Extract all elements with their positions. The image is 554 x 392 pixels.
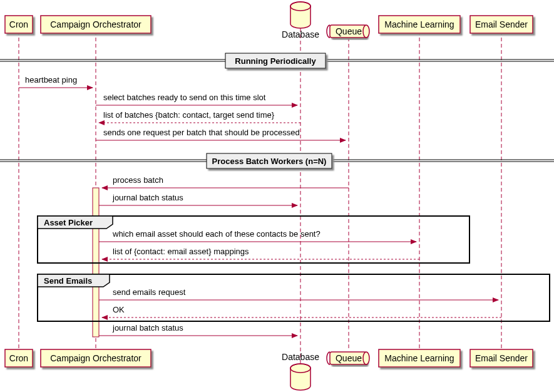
participant-database-bottom: Database	[282, 352, 319, 390]
participant-queue-top: Queue	[327, 25, 369, 38]
participant-label: Campaign Orchestrator	[50, 353, 141, 363]
participant-label: Campaign Orchestrator	[50, 19, 141, 29]
message-label: heartbeat ping	[25, 75, 77, 85]
participant-label: Queue	[336, 353, 362, 363]
group-asset-picker: Asset Picker which email asset should ea…	[38, 216, 469, 263]
group-send-emails: Send Emails send emails request OK	[38, 274, 550, 321]
message-label: select batches ready to send on this tim…	[103, 93, 266, 102]
divider-running: Running Periodically	[0, 53, 554, 68]
message-label: journal batch status	[112, 193, 183, 202]
divider-label: Process Batch Workers (n=N)	[212, 157, 327, 166]
message-label: journal batch status	[112, 323, 183, 333]
message-label: sends one request per batch that should …	[103, 128, 300, 137]
message-process-batch: process batch	[102, 175, 349, 188]
divider-workers: Process Batch Workers (n=N)	[0, 153, 554, 168]
participant-database-top: Database	[282, 2, 319, 39]
message-label: OK	[113, 305, 125, 314]
participant-ml-bottom: Machine Learning	[379, 349, 460, 367]
svg-point-32	[363, 352, 369, 364]
participant-label: Cron	[9, 353, 28, 363]
message-list-batches: list of batches {batch: contact, target …	[99, 110, 300, 123]
participant-label: Email Sender	[475, 19, 528, 29]
participant-label: Machine Learning	[384, 353, 454, 363]
divider-label: Running Periodically	[235, 56, 316, 66]
sequence-diagram: Cron Campaign Orchestrator Database Queu…	[0, 0, 554, 392]
message-heartbeat: heartbeat ping	[19, 75, 93, 88]
svg-point-5	[363, 25, 369, 38]
group-label-text: Asset Picker	[44, 218, 93, 227]
participant-orchestrator-top: Campaign Orchestrator	[41, 16, 151, 33]
participant-label: Database	[282, 352, 319, 362]
message-label: list of batches {batch: contact, target …	[103, 110, 275, 120]
message-journal-1: journal batch status	[99, 193, 297, 205]
participant-sender-top: Email Sender	[470, 16, 533, 33]
message-sends-request: sends one request per batch that should …	[96, 128, 346, 140]
participant-label: Database	[282, 29, 319, 39]
participant-orchestrator-bottom: Campaign Orchestrator	[41, 349, 151, 367]
message-label: send emails request	[113, 287, 186, 297]
participant-queue-bottom: Queue	[327, 352, 369, 364]
participant-label: Email Sender	[475, 353, 528, 363]
participant-cron-top: Cron	[5, 16, 33, 33]
message-journal-2: journal batch status	[99, 323, 297, 336]
participant-label: Machine Learning	[384, 19, 454, 29]
message-select-batches: select batches ready to send on this tim…	[96, 93, 297, 105]
participant-label: Cron	[9, 19, 28, 29]
message-label: which email asset should each of these c…	[112, 229, 321, 239]
message-label: list of {contact: email asset} mappings	[113, 247, 249, 256]
participant-ml-top: Machine Learning	[379, 16, 460, 33]
message-label: process batch	[113, 175, 163, 185]
participant-sender-bottom: Email Sender	[470, 349, 533, 367]
participant-label: Queue	[336, 26, 362, 36]
group-label-text: Send Emails	[44, 276, 92, 286]
participant-cron-bottom: Cron	[5, 349, 33, 367]
